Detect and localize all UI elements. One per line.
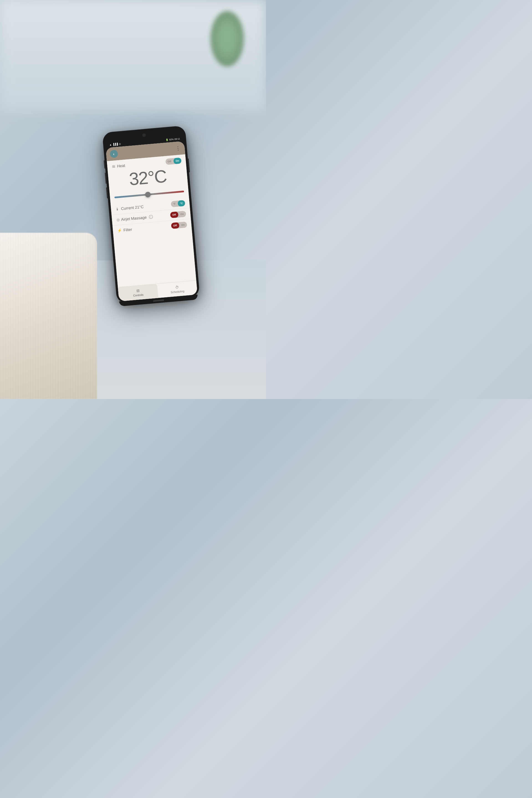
home-indicator[interactable] [153,299,164,302]
airjet-info-button[interactable]: i [149,215,153,219]
power-button [188,158,190,172]
filter-label: Filter [123,227,132,232]
more-menu-button[interactable]: ⋮ [175,145,181,152]
thermometer-icon: 🌡 [115,206,119,211]
heat-toggle-off[interactable]: Off [165,158,174,165]
unit-c-button[interactable]: °C [177,200,185,207]
filter-icon: ⚡ [117,228,122,232]
heat-toggle-on[interactable]: On [173,157,182,164]
back-arrow-icon: ‹ [113,152,114,156]
volume-down-button [105,173,107,184]
phone-wrapper: ▲ ▐▐▐ ⊙ 🔋 92% 09:11 ‹ ⋮ [102,126,200,304]
controls-icon: ⊟ [136,288,140,293]
alarm-icon: ⊙ [119,142,121,146]
content-area: ≋ Heat Off On 32°C [107,154,196,287]
filter-toggle-on[interactable]: On [179,222,187,228]
airjet-label-row: ◎ Airjet Massage i [116,214,153,222]
airjet-toggle-off-active[interactable]: Off [170,211,178,218]
silent-button [106,187,108,198]
volume-up-button [103,160,105,169]
airjet-label: Airjet Massage [121,215,147,222]
scheduling-tab-label: Scheduling [170,289,184,294]
temperature-slider-thumb[interactable] [145,191,151,197]
heat-label-row: ≋ Heat [112,163,126,169]
filter-label-row: ⚡ Filter [117,227,132,233]
status-left: ▲ ▐▐▐ ⊙ [109,142,121,146]
phone-body: ▲ ▐▐▐ ⊙ 🔋 92% 09:11 ‹ ⋮ [102,126,200,304]
scheduling-icon: ⏱ [175,285,179,289]
bg-plant-decoration [211,11,244,66]
status-right: 🔋 92% 09:11 [166,137,180,141]
filter-toggle[interactable]: Off On [171,222,187,229]
camera [142,133,146,137]
heat-icon: ≋ [112,164,116,169]
battery-icon: 🔋 [166,138,169,141]
current-temp-label-row: 🌡 Current 21°C [115,205,144,211]
battery-percent: 92% [169,138,174,141]
airjet-toggle-on[interactable]: On [178,211,186,217]
unit-toggle[interactable]: °F °C [171,200,185,207]
current-temp-label: Current 21°C [121,205,144,211]
wifi-icon: ▲ [109,143,112,146]
unit-f-button[interactable]: °F [171,201,178,207]
heat-label: Heat [117,163,126,169]
temperature-value: 32°C [128,166,167,189]
controls-tab-label: Controls [133,293,144,297]
screen: ‹ ⋮ ≋ Heat Off On [106,141,197,302]
back-button[interactable]: ‹ [110,150,118,158]
airjet-toggle[interactable]: Off On [170,211,186,218]
filter-toggle-off-active[interactable]: Off [171,222,179,229]
airjet-icon: ◎ [116,217,120,222]
signal-icon: ▐▐▐ [113,143,118,146]
time-display: 09:11 [174,137,180,140]
